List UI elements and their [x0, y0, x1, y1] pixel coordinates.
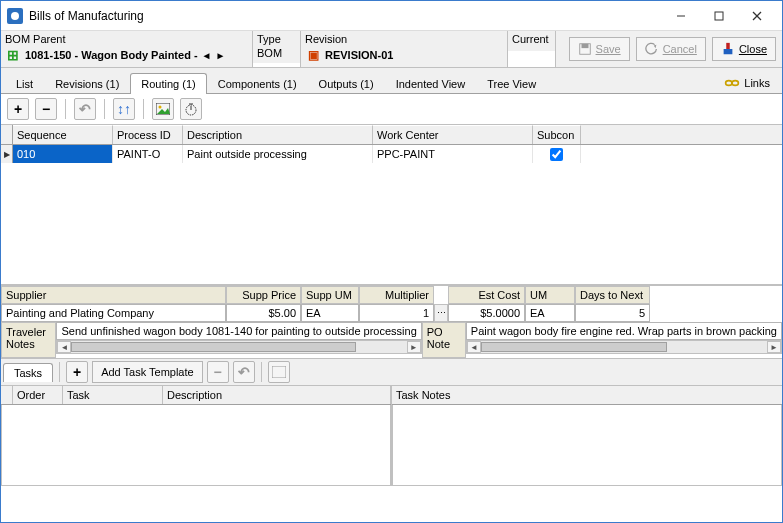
traveler-notes-scrollbar[interactable]: ◄► — [56, 340, 421, 354]
svg-point-8 — [726, 81, 732, 86]
remove-row-button[interactable]: − — [35, 98, 57, 120]
routing-grid: Sequence Process ID Description Work Cen… — [1, 125, 782, 285]
bom-parent-label: BOM Parent — [1, 31, 252, 45]
header-panel: BOM Parent ⊞ 1081-150 - Wagon Body Paint… — [1, 31, 782, 68]
sort-button[interactable]: ↕↑ — [113, 98, 135, 120]
row-handle-icon[interactable]: ▶ — [1, 145, 13, 163]
svg-rect-1 — [715, 12, 723, 20]
add-task-template-button[interactable]: Add Task Template — [92, 361, 203, 383]
undo-button[interactable]: ↶ — [74, 98, 96, 120]
table-row[interactable]: ▶ 010 PAINT-O Paint outside processing P… — [1, 145, 782, 163]
routing-toolbar: + − ↶ ↕↑ — [1, 94, 782, 125]
col-order[interactable]: Order — [13, 386, 63, 404]
prev-parent-button[interactable]: ◄ — [202, 50, 212, 61]
um-label: UM — [525, 286, 575, 304]
days-next-label: Days to Next — [575, 286, 650, 304]
main-tabs: List Revisions (1) Routing (1) Component… — [1, 68, 782, 94]
add-row-button[interactable]: + — [7, 98, 29, 120]
svg-rect-15 — [272, 366, 286, 378]
revision-label: Revision — [301, 31, 507, 45]
col-task[interactable]: Task — [63, 386, 163, 404]
picture-button[interactable] — [152, 98, 174, 120]
multiplier-input[interactable]: 1 — [359, 304, 434, 322]
supp-um-label: Supp UM — [301, 286, 359, 304]
cell-subcon[interactable] — [533, 145, 581, 163]
next-parent-button[interactable]: ► — [215, 50, 225, 61]
tab-indented[interactable]: Indented View — [385, 73, 477, 94]
subcon-checkbox[interactable] — [550, 148, 563, 161]
tab-routing[interactable]: Routing (1) — [130, 73, 206, 94]
close-window-button[interactable] — [738, 3, 776, 29]
cell-process-id[interactable]: PAINT-O — [113, 145, 183, 163]
svg-point-11 — [159, 106, 162, 109]
traveler-notes-label: Traveler Notes — [1, 322, 56, 358]
task-undo-button[interactable]: ↶ — [233, 361, 255, 383]
col-work-center[interactable]: Work Center — [373, 125, 533, 144]
task-notes-panel: Task Notes — [392, 386, 782, 486]
est-cost-input[interactable]: $5.0000 — [448, 304, 525, 322]
tasks-panel: Tasks + Add Task Template − ↶ Order Task… — [1, 358, 782, 486]
type-label: Type — [253, 31, 300, 45]
parent-item-icon: ⊞ — [5, 47, 21, 63]
task-picture-button[interactable] — [268, 361, 290, 383]
tab-outputs[interactable]: Outputs (1) — [308, 73, 385, 94]
cell-work-center[interactable]: PPC-PAINT — [373, 145, 533, 163]
multiplier-label: Multiplier — [359, 286, 434, 304]
supp-price-label: Supp Price — [226, 286, 301, 304]
task-notes-area[interactable] — [392, 405, 782, 486]
col-sequence[interactable]: Sequence — [13, 125, 113, 144]
tab-tasks[interactable]: Tasks — [3, 363, 53, 382]
save-button[interactable]: Save — [569, 37, 630, 61]
revision-value: REVISION-01 — [325, 49, 393, 61]
um-input[interactable]: EA — [525, 304, 575, 322]
task-remove-button[interactable]: − — [207, 361, 229, 383]
supp-um-input[interactable]: EA — [301, 304, 359, 322]
supplier-label: Supplier — [1, 286, 226, 304]
app-logo-icon — [7, 8, 23, 24]
po-note-input[interactable]: Paint wagon body fire engine red. Wrap p… — [466, 322, 782, 340]
tab-components[interactable]: Components (1) — [207, 73, 308, 94]
window-title: Bills of Manufacturing — [29, 9, 662, 23]
multiplier-browse-button[interactable]: ⋯ — [434, 304, 448, 322]
titlebar: Bills of Manufacturing — [1, 1, 782, 31]
close-button[interactable]: Close — [712, 37, 776, 61]
po-note-label: PO Note — [422, 322, 466, 358]
detail-panel: Supplier Supp Price Supp UM Multiplier E… — [1, 285, 782, 358]
tab-list[interactable]: List — [5, 73, 44, 94]
col-task-description[interactable]: Description — [163, 386, 391, 404]
bom-parent-value: 1081-150 - Wagon Body Painted - — [25, 49, 198, 61]
cell-description[interactable]: Paint outside processing — [183, 145, 373, 163]
links-button[interactable]: Links — [716, 73, 778, 93]
supp-price-input[interactable]: $5.00 — [226, 304, 301, 322]
svg-point-9 — [732, 81, 738, 86]
svg-rect-5 — [581, 44, 588, 48]
tab-tree[interactable]: Tree View — [476, 73, 547, 94]
col-subcon[interactable]: Subcon — [533, 125, 581, 144]
cancel-button[interactable]: Cancel — [636, 37, 706, 61]
svg-rect-7 — [724, 49, 733, 54]
task-add-button[interactable]: + — [66, 361, 88, 383]
task-notes-label: Task Notes — [392, 386, 782, 405]
cell-sequence[interactable]: 010 — [13, 145, 113, 163]
timer-button[interactable] — [180, 98, 202, 120]
est-cost-label: Est Cost — [448, 286, 525, 304]
supplier-input[interactable]: Painting and Plating Company — [1, 304, 226, 322]
po-note-scrollbar[interactable]: ◄► — [466, 340, 782, 354]
maximize-button[interactable] — [700, 3, 738, 29]
traveler-notes-input[interactable]: Send unfinished wagon body 1081-140 for … — [56, 322, 421, 340]
revision-icon: ▣ — [305, 47, 321, 63]
col-process-id[interactable]: Process ID — [113, 125, 183, 144]
tasks-grid: Order Task Description — [1, 386, 392, 486]
days-next-input[interactable]: 5 — [575, 304, 650, 322]
current-label: Current — [508, 31, 555, 45]
minimize-button[interactable] — [662, 3, 700, 29]
tab-revisions[interactable]: Revisions (1) — [44, 73, 130, 94]
type-value: BOM — [257, 47, 282, 59]
col-description[interactable]: Description — [183, 125, 373, 144]
